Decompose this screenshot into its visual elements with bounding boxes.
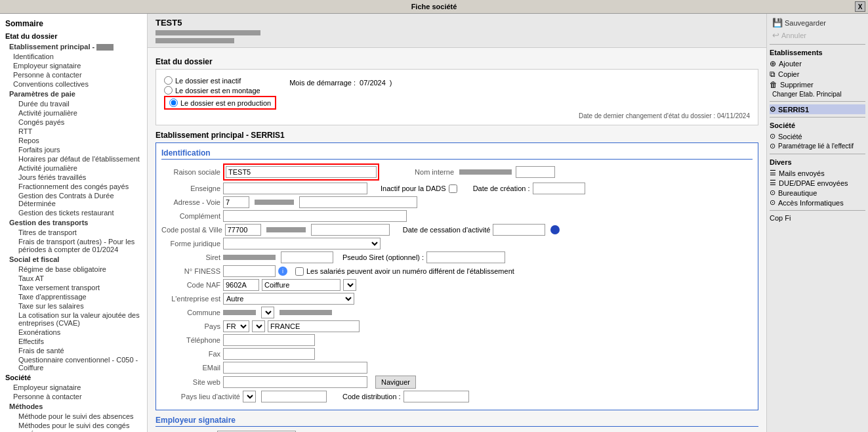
sidebar-item-cvae[interactable]: La cotisation sur la valeur ajoutée des …	[0, 311, 147, 328]
serris1-item[interactable]: ⊙ SERRIS1	[770, 104, 865, 114]
code-distribution-input[interactable]	[403, 391, 469, 402]
parametrage-item[interactable]: ⊙ Paramétrage lié à l'effectif	[770, 141, 865, 151]
fax-row: Fax	[161, 348, 753, 360]
finess-input[interactable]	[223, 265, 276, 277]
finess-info-icon[interactable]: i	[278, 267, 287, 276]
sidebar-item-sante[interactable]: Frais de santé	[0, 346, 147, 355]
sidebar-item-conventions[interactable]: Conventions collectives	[0, 79, 147, 89]
nom-interne-input[interactable]	[516, 166, 555, 178]
email-input[interactable]	[223, 362, 367, 374]
naviguer-button[interactable]: Naviguer	[375, 376, 416, 389]
sidebar-item-suivi-conges[interactable]: Méthodes pour le suivi des congés payés	[0, 421, 147, 432]
sidebar-item-duree-travail[interactable]: Durée du travail	[0, 99, 147, 108]
cop-fi-item[interactable]: Cop Fi	[770, 213, 865, 223]
sidebar-item-titres[interactable]: Titres de transport	[0, 228, 147, 237]
sidebar-item-suivi-absences[interactable]: Méthode pour le suivi des absences	[0, 412, 147, 421]
naf-label: Code NAF	[161, 281, 220, 289]
sauvegarder-button[interactable]: 💾 Sauvegarder	[770, 16, 829, 29]
close-button[interactable]: X	[855, 1, 865, 12]
sidebar-item-conges[interactable]: Congés payés	[0, 118, 147, 127]
copier-item[interactable]: ⧉ Copier	[770, 69, 865, 79]
ajouter-item[interactable]: ⊕ Ajouter	[770, 58, 865, 69]
sidebar-item-identification[interactable]: Identification	[0, 52, 147, 61]
pays-input[interactable]	[268, 320, 360, 332]
sidebar-item-effectifs1[interactable]: Effectifs	[0, 337, 147, 346]
enseigne-input[interactable]	[223, 183, 367, 194]
radio-inactif[interactable]	[164, 76, 173, 85]
sidebar-item-etat[interactable]: Etat du dossier	[0, 31, 147, 41]
commune-dropdown[interactable]	[261, 307, 274, 318]
date-row: Date de dernier changement d'état du dos…	[164, 112, 750, 119]
forme-select[interactable]	[223, 238, 381, 249]
siteweb-input[interactable]	[223, 376, 367, 388]
inactif-dads-checkbox[interactable]	[449, 184, 457, 193]
sidebar-item-versement[interactable]: Taxe versement transport	[0, 283, 147, 292]
sidebar-item-jours-feries[interactable]: Jours fériés travaillés	[0, 173, 147, 182]
pays-label: Pays	[161, 322, 220, 330]
societe-item[interactable]: ⊙ Société	[770, 131, 865, 141]
sidebar-item-tickets[interactable]: Gestion des tickets restaurant	[0, 208, 147, 217]
salaries-diff-checkbox[interactable]	[295, 267, 304, 276]
acces-item[interactable]: ⊙ Accès Informatiques	[770, 198, 865, 207]
supprimer-item[interactable]: 🗑 Supprimer	[770, 79, 865, 90]
sidebar-item-personne-contact[interactable]: Personne à contacter	[0, 70, 147, 79]
due-item[interactable]: ☰ DUE/DPAE envoyées	[770, 178, 865, 188]
pays-activite-select[interactable]	[243, 391, 256, 402]
code-postal-input[interactable]	[225, 224, 261, 236]
sidebar-item-activite2[interactable]: Activité journalière	[0, 163, 147, 173]
sidebar-item-frais-transport[interactable]: Frais de transport (autres) - Pour les p…	[0, 237, 147, 254]
tel-input[interactable]	[223, 334, 315, 346]
naf-input[interactable]	[223, 279, 259, 291]
finess-label: N° FINESS	[161, 267, 220, 275]
siret-blurred	[223, 255, 276, 260]
raison-input[interactable]	[226, 166, 377, 178]
sidebar-item-activite[interactable]: Activité journalière	[0, 108, 147, 118]
cessation-dot[interactable]	[550, 225, 560, 234]
fax-input[interactable]	[223, 348, 315, 360]
naf-desc-input[interactable]	[262, 279, 341, 291]
entreprise-select[interactable]: Autre	[223, 293, 354, 305]
sidebar-item-fractionnement[interactable]: Fractionnement des congés payés	[0, 182, 147, 191]
sidebar-item-horaires[interactable]: Horaires par défaut de l'établissement	[0, 154, 147, 163]
sidebar-methodes: Méthodes	[0, 401, 147, 412]
enseigne-label: Enseigne	[161, 184, 220, 192]
sidebar-societe[interactable]: Société	[0, 372, 147, 383]
sidebar-item-regime[interactable]: Régime de base obligatoire	[0, 265, 147, 274]
siret-input[interactable]	[281, 251, 333, 263]
changer-item[interactable]: Changer Etab. Principal	[770, 90, 865, 98]
sidebar-item-questionnaire[interactable]: Questionnaire conventionnel - C050 - Coi…	[0, 355, 147, 372]
radio-montage[interactable]	[164, 86, 173, 95]
radio-production[interactable]	[169, 98, 178, 107]
ville-input[interactable]	[311, 224, 390, 236]
mails-item[interactable]: ☰ Mails envoyés	[770, 168, 865, 178]
pays-code-select[interactable]: FR	[223, 320, 249, 332]
sidebar-item-taux-at[interactable]: Taux AT	[0, 274, 147, 283]
sidebar-item-apprentissage1[interactable]: Taxe d'apprentissage	[0, 292, 147, 301]
bureautique-item[interactable]: ⊙ Bureautique	[770, 188, 865, 198]
sidebar-item-personne2[interactable]: Personne à contacter	[0, 392, 147, 401]
pays-activite-input[interactable]	[261, 391, 327, 402]
cessation-input[interactable]	[493, 224, 545, 236]
sidebar-item-cdd[interactable]: Gestion des Contrats à Durée Déterminée	[0, 191, 147, 208]
ajouter-label: Ajouter	[779, 60, 802, 68]
sidebar-item-taxe-salaires[interactable]: Taxe sur les salaires	[0, 301, 147, 311]
pseudo-siret-input[interactable]	[426, 251, 505, 263]
sidebar-item-employeur-sig[interactable]: Employeur signataire	[0, 61, 147, 70]
annuler-button[interactable]: ↩ Annuler	[770, 29, 809, 41]
date-creation-input[interactable]	[533, 183, 585, 194]
entreprise-row: L'entreprise est Autre	[161, 293, 753, 305]
pays-dropdown[interactable]	[252, 320, 265, 332]
sidebar-item-repos[interactable]: Repos	[0, 136, 147, 145]
sidebar-item-exonerations[interactable]: Exonérations	[0, 328, 147, 337]
adresse-num-input[interactable]	[223, 196, 249, 208]
siret-label: Siret	[161, 253, 220, 261]
email-label: EMail	[161, 364, 220, 372]
complement-input[interactable]	[223, 210, 407, 222]
sidebar-item-rtt[interactable]: RTT	[0, 127, 147, 136]
sidebar-item-emp-sig2[interactable]: Employeur signataire	[0, 383, 147, 392]
adresse-input[interactable]	[299, 196, 417, 208]
societe-icon: ⊙	[770, 132, 775, 140]
codepostal-row: Code postal & Ville Date de cessation d'…	[161, 224, 753, 236]
sidebar-item-forfaits[interactable]: Forfaits jours	[0, 145, 147, 154]
naf-select[interactable]	[343, 279, 356, 291]
